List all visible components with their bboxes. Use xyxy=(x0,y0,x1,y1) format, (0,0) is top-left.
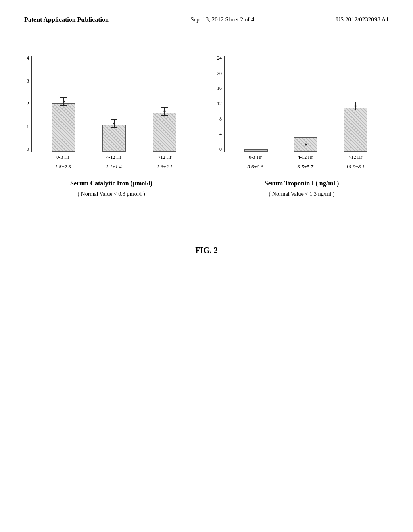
header-date-sheet: Sep. 13, 2012 Sheet 2 of 4 xyxy=(190,16,254,23)
x-tick-12hr-right: >12 Hr xyxy=(344,154,367,160)
stat-4-12hr-left: 1.1±1.4 xyxy=(102,164,125,170)
stat-0-3hr-left: 1.8±2.3 xyxy=(51,164,75,170)
chart-right-bars xyxy=(224,56,386,152)
bar-col-12hr-left xyxy=(153,56,176,152)
dot-center xyxy=(305,143,307,145)
bar-4-12hr-left xyxy=(102,125,126,152)
y-tick-8: 8 xyxy=(219,116,222,121)
err-dot xyxy=(63,101,65,103)
y-tick-4r: 4 xyxy=(219,131,222,136)
y-tick-24: 24 xyxy=(217,56,222,60)
chart-left-stats: 1.8±2.3 1.1±1.4 1.6±2.1 xyxy=(31,160,196,170)
error-bar-0-3hr-left xyxy=(63,97,64,106)
err-dot-2 xyxy=(113,123,115,125)
page-header: Patent Application Publication Sep. 13, … xyxy=(0,0,413,31)
stat-4-12hr-right: 3.5±5.7 xyxy=(294,164,317,170)
y-tick-12: 12 xyxy=(217,101,222,106)
chart-left-y-axis: 4 3 2 1 0 xyxy=(27,56,31,152)
chart-right: 24 20 16 12 8 4 0 xyxy=(217,56,386,197)
bar-col-0-3hr-right xyxy=(244,56,268,152)
bar-4-12hr-right xyxy=(294,137,317,152)
bar-0-3hr-right xyxy=(244,149,268,152)
y-tick-0: 0 xyxy=(27,147,29,152)
error-bar-12hr-right xyxy=(355,102,356,110)
chart-left-subtitle: ( Normal Value < 0.3 μmol/l ) xyxy=(27,191,196,197)
stat-12hr-left: 1.6±2.1 xyxy=(153,164,176,170)
chart-left: 4 3 2 1 0 xyxy=(27,56,196,197)
x-tick-4-12hr-right: 4-12 Hr xyxy=(294,154,317,160)
chart-right-subtitle: ( Normal Value < 1.3 ng/ml ) xyxy=(217,191,386,197)
error-bar-4-12hr-left xyxy=(114,119,115,128)
chart-right-title: Serum Troponin I ( ng/ml ) xyxy=(217,180,386,187)
err-dot-r xyxy=(355,105,357,107)
bar-col-0-3hr-left xyxy=(52,56,75,152)
chart-right-stats: 0.6±0.6 3.5±5.7 10.9±8.1 xyxy=(224,160,386,170)
stat-0-3hr-right: 0.6±0.6 xyxy=(244,164,267,170)
chart-right-plot-area: 24 20 16 12 8 4 0 xyxy=(217,56,386,170)
bars-flex-right xyxy=(225,56,386,152)
figure-label: FIG. 2 xyxy=(0,246,413,255)
header-publication-type: Patent Application Publication xyxy=(24,16,109,23)
chart-left-title: Serum Catalytic Iron (μmol/l) xyxy=(27,180,196,187)
chart-left-plot-area: 4 3 2 1 0 xyxy=(27,56,196,170)
charts-container: 4 3 2 1 0 xyxy=(0,31,413,197)
bar-0-3hr-left xyxy=(52,103,75,152)
chart-left-bars xyxy=(31,56,196,152)
y-tick-4: 4 xyxy=(27,56,29,60)
err-dot-3 xyxy=(164,110,166,112)
bars-flex-left xyxy=(32,56,196,152)
header-patent-number: US 2012/0232098 A1 xyxy=(336,16,389,23)
x-tick-0-3hr-left: 0-3 Hr xyxy=(51,154,75,160)
y-tick-2: 2 xyxy=(27,101,29,106)
x-tick-0-3hr-right: 0-3 Hr xyxy=(244,154,267,160)
bar-col-12hr-right xyxy=(344,56,367,152)
y-tick-0r: 0 xyxy=(219,147,222,152)
bar-col-4-12hr-left xyxy=(102,56,126,152)
y-tick-20: 20 xyxy=(217,71,222,76)
chart-right-x-labels: 0-3 Hr 4-12 Hr >12 Hr xyxy=(224,152,386,160)
y-tick-1: 1 xyxy=(27,124,29,129)
y-tick-16: 16 xyxy=(217,86,222,91)
y-tick-3: 3 xyxy=(27,79,29,83)
error-bar-12hr-left xyxy=(164,107,165,116)
x-tick-4-12hr-left: 4-12 Hr xyxy=(102,154,125,160)
x-tick-12hr-left: >12 Hr xyxy=(153,154,176,160)
chart-left-x-labels: 0-3 Hr 4-12 Hr >12 Hr xyxy=(31,152,196,160)
stat-12hr-right: 10.9±8.1 xyxy=(344,164,367,170)
chart-right-y-axis: 24 20 16 12 8 4 0 xyxy=(217,56,224,152)
bar-col-4-12hr-right xyxy=(294,56,317,152)
bar-12hr-right xyxy=(344,108,367,152)
bar-12hr-left xyxy=(153,113,176,152)
